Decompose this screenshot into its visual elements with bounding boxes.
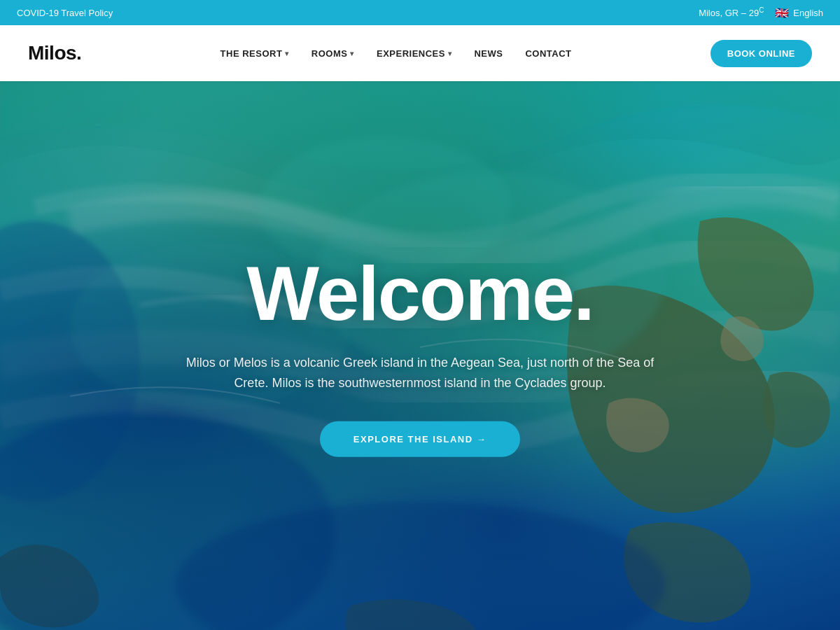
explore-island-button[interactable]: EXPLORE THE ISLAND → [320,421,520,456]
navbar: Milos. THE RESORT ▾ ROOMS ▾ EXPERIENCES … [0,25,840,81]
chevron-down-icon: ▾ [350,50,354,57]
top-bar: COVID-19 Travel Policy Milos, GR – 29C 🇬… [0,0,840,25]
nav-link-experiences[interactable]: EXPERIENCES ▾ [377,48,451,59]
top-bar-right: Milos, GR – 29C 🇬🇧 English [699,6,823,20]
nav-item-rooms[interactable]: ROOMS ▾ [312,48,354,59]
hero-section: Welcome. Milos or Melos is a volcanic Gr… [0,81,840,630]
hero-title: Welcome. [140,255,700,332]
nav-link-resort[interactable]: THE RESORT ▾ [220,48,289,59]
nav-item-news[interactable]: NEWS [474,48,503,59]
hero-subtitle: Milos or Melos is a volcanic Greek islan… [182,353,658,393]
degree-symbol: C [759,6,764,13]
book-online-button[interactable]: BOOK ONLINE [710,40,812,67]
nav-item-contact[interactable]: CONTACT [525,48,571,59]
language-selector[interactable]: 🇬🇧 English [775,6,823,20]
site-logo[interactable]: Milos. [28,42,81,64]
chevron-down-icon: ▾ [285,50,289,57]
covid-link[interactable]: COVID-19 Travel Policy [17,8,113,18]
language-label: English [793,8,823,18]
nav-link-news[interactable]: NEWS [474,48,503,59]
nav-item-resort[interactable]: THE RESORT ▾ [220,48,289,59]
hero-content: Welcome. Milos or Melos is a volcanic Gr… [140,255,700,457]
nav-link-rooms[interactable]: ROOMS ▾ [312,48,354,59]
nav-item-experiences[interactable]: EXPERIENCES ▾ [377,48,451,59]
nav-links: THE RESORT ▾ ROOMS ▾ EXPERIENCES ▾ NEWS … [220,48,572,59]
nav-link-contact[interactable]: CONTACT [525,48,571,59]
chevron-down-icon: ▾ [448,50,452,57]
flag-icon: 🇬🇧 [775,6,789,20]
location-text: Milos, GR – 29C [699,8,764,18]
